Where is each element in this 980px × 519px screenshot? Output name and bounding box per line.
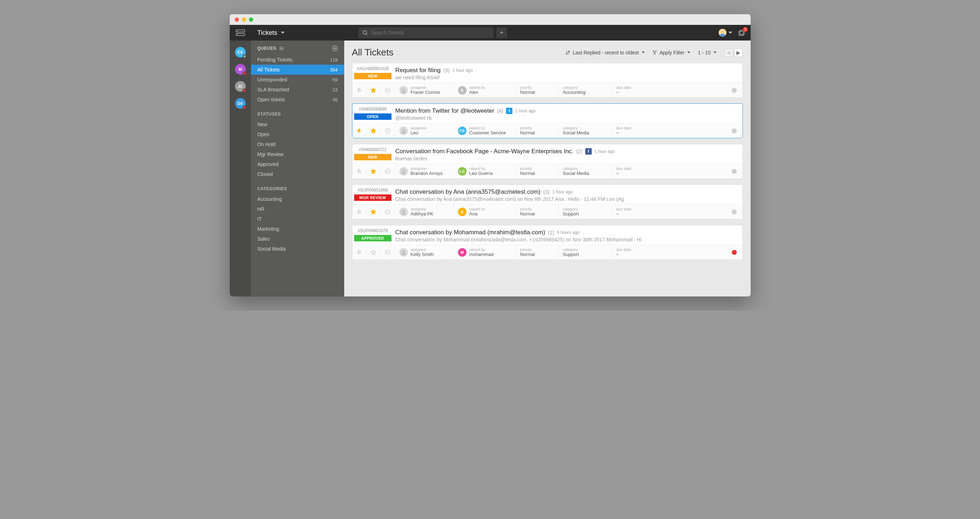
- meta-label: category: [563, 207, 579, 211]
- search-box[interactable]: [358, 27, 493, 38]
- priority-value: Normal: [520, 211, 535, 216]
- search-input[interactable]: [371, 30, 489, 35]
- window-minimize-icon[interactable]: [242, 17, 246, 22]
- sidebar-category-item[interactable]: Accounting: [251, 194, 344, 204]
- svg-line-5: [366, 34, 368, 35]
- sidebar-queue-item[interactable]: Unresponded59: [251, 75, 344, 85]
- gear-icon[interactable]: [279, 46, 284, 51]
- workspace-avatar[interactable]: JC: [235, 81, 246, 92]
- star-button[interactable]: [367, 83, 381, 97]
- sidebar-category-item[interactable]: Social Media: [251, 244, 344, 254]
- sort-control[interactable]: Last Replied - recent to oldest: [566, 50, 645, 56]
- star-button[interactable]: [367, 205, 381, 219]
- ticket-preview: Buenas tardes: [395, 156, 651, 161]
- ticket-subject: Chat conversation by Ana (anna3575@acmet…: [395, 189, 541, 195]
- svg-point-2: [237, 30, 238, 31]
- next-page-button[interactable]: ▶: [734, 48, 743, 57]
- server-icon[interactable]: [230, 30, 251, 36]
- svg-point-36: [388, 211, 389, 212]
- person-avatar-icon: A: [458, 86, 466, 95]
- ticket-card[interactable]: #SUP00001079 APPROVED Chat conversation …: [352, 225, 743, 260]
- meta-label: raised by: [469, 126, 506, 130]
- star-button[interactable]: [367, 245, 381, 259]
- sla-dot-icon: [732, 129, 737, 133]
- queue-label: Unresponded: [258, 77, 287, 83]
- ticket-card[interactable]: #SM00000722 NEW Conversation from Facebo…: [352, 144, 743, 179]
- filter-control[interactable]: Apply Filter: [652, 50, 690, 56]
- ticket-preview: Chat conversation by Ana (anna3575@maili…: [395, 196, 651, 202]
- user-menu[interactable]: [719, 29, 732, 37]
- sidebar-category-item[interactable]: IT: [251, 214, 344, 224]
- star-button[interactable]: [367, 123, 381, 138]
- ticket-card[interactable]: #SUP00001068 MGR REVIEW Chat conversatio…: [352, 184, 743, 219]
- ticket-id: #SUP00001079: [352, 228, 393, 235]
- more-button[interactable]: [381, 83, 395, 97]
- assignee-name: Brandon Arroyo: [411, 171, 443, 176]
- meta-label: category: [563, 85, 585, 90]
- sidebar-category-item[interactable]: Sales: [251, 234, 344, 244]
- sidebar-status-item[interactable]: Closed: [251, 169, 344, 179]
- svg-point-40: [386, 252, 387, 253]
- range-control[interactable]: 1 - 10: [698, 50, 716, 56]
- sidebar-status-item[interactable]: On Hold: [251, 139, 344, 149]
- raised-by-name: Alex: [469, 90, 485, 95]
- svg-point-44: [402, 253, 406, 255]
- sidebar-status-item[interactable]: Approved: [251, 159, 344, 169]
- category-label: Sales: [258, 236, 270, 242]
- ticket-time: 1 hour ago: [452, 68, 473, 73]
- ticket-time: 1 hour ago: [515, 108, 536, 113]
- workspace-avatar[interactable]: M: [235, 64, 246, 75]
- more-button[interactable]: [381, 164, 395, 178]
- add-queue-button[interactable]: [332, 46, 338, 51]
- star-button[interactable]: [367, 164, 381, 178]
- svg-point-26: [402, 132, 406, 133]
- module-switcher[interactable]: Tickets: [251, 29, 291, 37]
- pin-button[interactable]: [352, 123, 367, 138]
- ticket-id: #SM00000722: [352, 147, 393, 154]
- sidebar-queue-item[interactable]: Pending Tickets119: [251, 55, 344, 65]
- ticket-subject: Conversation from Facebook Page - Acme-W…: [395, 148, 574, 155]
- pin-button[interactable]: [352, 205, 367, 219]
- ticket-card[interactable]: #Accnt00001016 NEW Request for filing (3…: [352, 63, 743, 98]
- meta-label: assignee: [411, 126, 426, 130]
- add-button[interactable]: +: [496, 27, 507, 38]
- ticket-card[interactable]: #SM00000699 OPEN Mention from Twitter fo…: [352, 103, 743, 138]
- person-avatar-icon: [399, 208, 408, 216]
- window-zoom-icon[interactable]: [249, 17, 253, 22]
- queue-count: 354: [330, 67, 338, 73]
- sidebar-status-item[interactable]: New: [251, 119, 344, 129]
- sidebar-category-item[interactable]: HR: [251, 204, 344, 214]
- svg-point-17: [387, 90, 388, 90]
- svg-point-29: [387, 171, 388, 172]
- sidebar-queue-item[interactable]: SLA Breached23: [251, 85, 344, 95]
- pin-button[interactable]: [352, 245, 367, 259]
- filter-icon: [652, 51, 657, 55]
- sidebar-status-item[interactable]: Mgr Review: [251, 149, 344, 159]
- more-button[interactable]: [381, 205, 395, 219]
- prev-page-button[interactable]: ◀: [724, 48, 733, 57]
- more-button[interactable]: [381, 123, 395, 138]
- more-button[interactable]: [381, 245, 395, 259]
- workspace-avatar[interactable]: DS: [235, 98, 246, 109]
- workspace-avatar[interactable]: CS: [235, 47, 246, 57]
- sidebar-status-item[interactable]: Open: [251, 129, 344, 139]
- ticket-preview: Chat conversation by Mohammad (mrahimzad…: [395, 237, 651, 243]
- sidebar-category-item[interactable]: Marketing: [251, 224, 344, 234]
- meta-label: assignee: [411, 85, 441, 90]
- svg-point-35: [387, 211, 388, 212]
- sla-dot-icon: [732, 250, 737, 255]
- sidebar-queue-item[interactable]: All Tickets354: [251, 65, 344, 75]
- window-close-icon[interactable]: [235, 17, 239, 22]
- pin-button[interactable]: [352, 164, 367, 178]
- notifications-button[interactable]: 3: [738, 29, 745, 36]
- topbar: Tickets + 3: [230, 25, 751, 41]
- queues-header: QUEUES: [258, 46, 277, 51]
- facebook-icon: f: [585, 148, 592, 155]
- svg-point-37: [402, 210, 405, 212]
- module-label: Tickets: [258, 29, 277, 37]
- sidebar-queue-item[interactable]: Open tickets36: [251, 95, 344, 105]
- pin-button[interactable]: [352, 83, 367, 97]
- due-value: ~: [616, 211, 632, 216]
- ticket-time: 1 hour ago: [595, 149, 615, 154]
- svg-point-34: [386, 211, 387, 212]
